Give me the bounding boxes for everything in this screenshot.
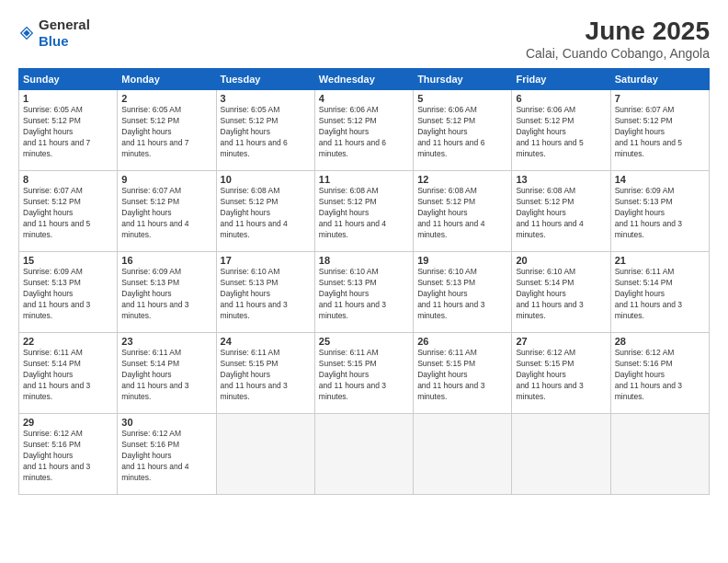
- calendar-week-row: 1 Sunrise: 6:05 AM Sunset: 5:12 PM Dayli…: [19, 90, 710, 171]
- day-info: Sunrise: 6:11 AM Sunset: 5:15 PM Dayligh…: [221, 348, 311, 402]
- day-number: 19: [417, 255, 507, 266]
- calendar-cell: 24 Sunrise: 6:11 AM Sunset: 5:15 PM Dayl…: [216, 333, 314, 414]
- day-number: 26: [417, 336, 507, 347]
- header: General Blue June 2025 Calai, Cuando Cob…: [18, 17, 710, 61]
- day-number: 4: [319, 93, 409, 104]
- day-info: Sunrise: 6:09 AM Sunset: 5:13 PM Dayligh…: [23, 267, 113, 321]
- calendar-cell: 2 Sunrise: 6:05 AM Sunset: 5:12 PM Dayli…: [118, 90, 216, 171]
- calendar-cell: 19 Sunrise: 6:10 AM Sunset: 5:13 PM Dayl…: [414, 252, 512, 333]
- calendar-cell: 8 Sunrise: 6:07 AM Sunset: 5:12 PM Dayli…: [19, 171, 118, 252]
- calendar-week-row: 22 Sunrise: 6:11 AM Sunset: 5:14 PM Dayl…: [19, 333, 710, 414]
- day-info: Sunrise: 6:11 AM Sunset: 5:15 PM Dayligh…: [319, 348, 409, 402]
- day-number: 15: [23, 255, 113, 266]
- location-title: Calai, Cuando Cobango, Angola: [526, 46, 710, 61]
- calendar-cell: 4 Sunrise: 6:06 AM Sunset: 5:12 PM Dayli…: [314, 90, 413, 171]
- day-info: Sunrise: 6:05 AM Sunset: 5:12 PM Dayligh…: [121, 105, 211, 159]
- day-number: 23: [121, 336, 211, 347]
- logo-blue: Blue: [39, 33, 69, 49]
- calendar-cell: 11 Sunrise: 6:08 AM Sunset: 5:12 PM Dayl…: [314, 171, 413, 252]
- calendar-cell: 27 Sunrise: 6:12 AM Sunset: 5:15 PM Dayl…: [512, 333, 610, 414]
- day-info: Sunrise: 6:06 AM Sunset: 5:12 PM Dayligh…: [417, 105, 507, 159]
- calendar-cell: 29 Sunrise: 6:12 AM Sunset: 5:16 PM Dayl…: [19, 414, 118, 495]
- day-info: Sunrise: 6:05 AM Sunset: 5:12 PM Dayligh…: [23, 105, 113, 159]
- day-info: Sunrise: 6:12 AM Sunset: 5:16 PM Dayligh…: [23, 429, 113, 483]
- day-info: Sunrise: 6:12 AM Sunset: 5:16 PM Dayligh…: [615, 348, 705, 402]
- day-number: 29: [23, 417, 113, 428]
- calendar-cell: 6 Sunrise: 6:06 AM Sunset: 5:12 PM Dayli…: [512, 90, 610, 171]
- calendar-cell: 7 Sunrise: 6:07 AM Sunset: 5:12 PM Dayli…: [610, 90, 709, 171]
- calendar-cell: 14 Sunrise: 6:09 AM Sunset: 5:13 PM Dayl…: [610, 171, 709, 252]
- day-info: Sunrise: 6:12 AM Sunset: 5:16 PM Dayligh…: [121, 429, 211, 483]
- weekday-header: Monday: [118, 69, 216, 90]
- day-number: 6: [516, 93, 606, 104]
- day-info: Sunrise: 6:11 AM Sunset: 5:14 PM Dayligh…: [121, 348, 211, 402]
- day-info: Sunrise: 6:10 AM Sunset: 5:13 PM Dayligh…: [417, 267, 507, 321]
- weekday-header: Tuesday: [216, 69, 314, 90]
- day-info: Sunrise: 6:10 AM Sunset: 5:13 PM Dayligh…: [221, 267, 311, 321]
- day-info: Sunrise: 6:06 AM Sunset: 5:12 PM Dayligh…: [319, 105, 409, 159]
- weekday-header-row: SundayMondayTuesdayWednesdayThursdayFrid…: [19, 69, 710, 90]
- calendar-cell: 16 Sunrise: 6:09 AM Sunset: 5:13 PM Dayl…: [118, 252, 216, 333]
- day-number: 7: [615, 93, 705, 104]
- day-number: 25: [319, 336, 409, 347]
- day-number: 22: [23, 336, 113, 347]
- day-info: Sunrise: 6:08 AM Sunset: 5:12 PM Dayligh…: [417, 186, 507, 240]
- month-title: June 2025: [526, 17, 710, 46]
- calendar-cell: [216, 414, 314, 495]
- weekday-header: Wednesday: [314, 69, 413, 90]
- calendar-cell: 30 Sunrise: 6:12 AM Sunset: 5:16 PM Dayl…: [118, 414, 216, 495]
- day-number: 24: [221, 336, 311, 347]
- day-number: 10: [221, 174, 311, 185]
- calendar-cell: 23 Sunrise: 6:11 AM Sunset: 5:14 PM Dayl…: [118, 333, 216, 414]
- day-info: Sunrise: 6:08 AM Sunset: 5:12 PM Dayligh…: [516, 186, 606, 240]
- day-info: Sunrise: 6:11 AM Sunset: 5:14 PM Dayligh…: [615, 267, 705, 321]
- logo-icon: [18, 25, 35, 41]
- calendar-cell: 10 Sunrise: 6:08 AM Sunset: 5:12 PM Dayl…: [216, 171, 314, 252]
- calendar-table: SundayMondayTuesdayWednesdayThursdayFrid…: [18, 68, 710, 495]
- day-number: 28: [615, 336, 705, 347]
- day-info: Sunrise: 6:05 AM Sunset: 5:12 PM Dayligh…: [221, 105, 311, 159]
- day-info: Sunrise: 6:11 AM Sunset: 5:15 PM Dayligh…: [417, 348, 507, 402]
- title-area: June 2025 Calai, Cuando Cobango, Angola: [526, 17, 710, 61]
- day-number: 14: [615, 174, 705, 185]
- day-number: 18: [319, 255, 409, 266]
- calendar-cell: 12 Sunrise: 6:08 AM Sunset: 5:12 PM Dayl…: [414, 171, 512, 252]
- calendar-week-row: 15 Sunrise: 6:09 AM Sunset: 5:13 PM Dayl…: [19, 252, 710, 333]
- calendar-cell: 21 Sunrise: 6:11 AM Sunset: 5:14 PM Dayl…: [610, 252, 709, 333]
- day-number: 17: [221, 255, 311, 266]
- calendar-cell: [610, 414, 709, 495]
- day-number: 30: [121, 417, 211, 428]
- day-info: Sunrise: 6:07 AM Sunset: 5:12 PM Dayligh…: [23, 186, 113, 240]
- day-info: Sunrise: 6:08 AM Sunset: 5:12 PM Dayligh…: [221, 186, 311, 240]
- day-info: Sunrise: 6:11 AM Sunset: 5:14 PM Dayligh…: [23, 348, 113, 402]
- day-info: Sunrise: 6:07 AM Sunset: 5:12 PM Dayligh…: [121, 186, 211, 240]
- page: General Blue June 2025 Calai, Cuando Cob…: [0, 0, 728, 563]
- day-number: 1: [23, 93, 113, 104]
- day-info: Sunrise: 6:08 AM Sunset: 5:12 PM Dayligh…: [319, 186, 409, 240]
- logo: General Blue: [18, 17, 90, 50]
- calendar-cell: 20 Sunrise: 6:10 AM Sunset: 5:14 PM Dayl…: [512, 252, 610, 333]
- weekday-header: Sunday: [19, 69, 118, 90]
- logo-general: General: [39, 17, 90, 32]
- day-number: 12: [417, 174, 507, 185]
- calendar-cell: 15 Sunrise: 6:09 AM Sunset: 5:13 PM Dayl…: [19, 252, 118, 333]
- calendar-week-row: 8 Sunrise: 6:07 AM Sunset: 5:12 PM Dayli…: [19, 171, 710, 252]
- weekday-header: Friday: [512, 69, 610, 90]
- day-number: 27: [516, 336, 606, 347]
- calendar-cell: 9 Sunrise: 6:07 AM Sunset: 5:12 PM Dayli…: [118, 171, 216, 252]
- calendar-cell: 28 Sunrise: 6:12 AM Sunset: 5:16 PM Dayl…: [610, 333, 709, 414]
- calendar-cell: 13 Sunrise: 6:08 AM Sunset: 5:12 PM Dayl…: [512, 171, 610, 252]
- day-info: Sunrise: 6:10 AM Sunset: 5:13 PM Dayligh…: [319, 267, 409, 321]
- day-info: Sunrise: 6:09 AM Sunset: 5:13 PM Dayligh…: [615, 186, 705, 240]
- day-number: 9: [121, 174, 211, 185]
- day-number: 21: [615, 255, 705, 266]
- day-number: 16: [121, 255, 211, 266]
- calendar-cell: [314, 414, 413, 495]
- day-number: 8: [23, 174, 113, 185]
- calendar-cell: 18 Sunrise: 6:10 AM Sunset: 5:13 PM Dayl…: [314, 252, 413, 333]
- day-info: Sunrise: 6:09 AM Sunset: 5:13 PM Dayligh…: [121, 267, 211, 321]
- day-number: 11: [319, 174, 409, 185]
- day-info: Sunrise: 6:06 AM Sunset: 5:12 PM Dayligh…: [516, 105, 606, 159]
- day-number: 2: [121, 93, 211, 104]
- day-info: Sunrise: 6:07 AM Sunset: 5:12 PM Dayligh…: [615, 105, 705, 159]
